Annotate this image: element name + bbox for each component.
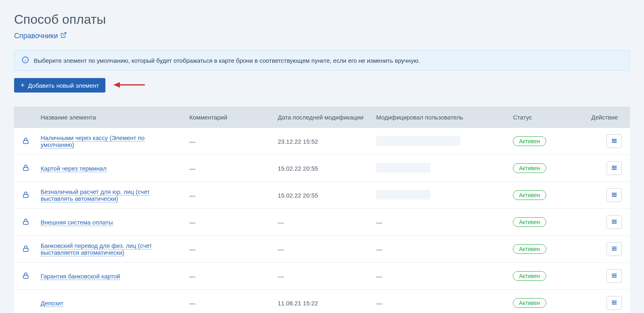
add-new-element-button[interactable]: + Добавить новый элемент — [14, 78, 105, 93]
svg-line-0 — [63, 33, 66, 35]
user-cell: — — [370, 209, 507, 236]
lock-icon — [22, 166, 29, 173]
status-badge: Активен — [513, 217, 546, 227]
table-row: Картой через терминал—15.02.22 20:55Акти… — [14, 155, 630, 182]
payment-methods-table: Название элемента Комментарий Дата после… — [14, 107, 630, 313]
date-cell: — — [272, 263, 370, 290]
column-header-action: Действие — [586, 107, 630, 128]
user-cell: — — [370, 236, 507, 263]
redacted-user — [376, 163, 430, 173]
menu-icon — [611, 272, 618, 280]
row-actions-button[interactable] — [607, 161, 622, 175]
comment-cell: — — [184, 155, 272, 182]
redacted-user — [376, 190, 430, 200]
menu-icon — [611, 218, 618, 227]
lock-icon — [22, 247, 29, 253]
user-cell — [370, 155, 507, 182]
comment-cell: — — [184, 263, 272, 290]
status-badge: Активен — [513, 298, 546, 308]
table-row: Банковский перевод для физ. лиц (счет вы… — [14, 236, 630, 263]
element-name-link[interactable]: Наличными через кассу (Элемент по умолча… — [41, 134, 144, 148]
row-actions-button[interactable] — [607, 215, 622, 229]
info-banner: Выберите элемент по умолчанию, который б… — [14, 50, 630, 71]
column-header-status: Статус — [507, 107, 586, 128]
svg-rect-10 — [23, 167, 28, 171]
menu-icon — [611, 245, 618, 253]
comment-cell: — — [184, 128, 272, 155]
menu-icon — [611, 137, 618, 146]
date-cell: 23.12.22 15:52 — [272, 128, 370, 155]
element-name-link[interactable]: Внешняя система оплаты — [41, 219, 113, 226]
external-link-icon — [60, 32, 67, 40]
element-name-link[interactable]: Безналичный расчет для юр. лиц (счет выс… — [41, 188, 150, 202]
svg-rect-26 — [23, 275, 28, 278]
svg-marker-5 — [113, 82, 120, 88]
redacted-user — [376, 136, 461, 146]
svg-rect-6 — [23, 140, 28, 144]
element-name-link[interactable]: Банковский перевод для физ. лиц (счет вы… — [41, 242, 152, 256]
user-cell: — — [370, 263, 507, 290]
column-header-user: Модифицировал пользователь — [370, 107, 507, 128]
lock-icon — [22, 220, 29, 227]
svg-rect-14 — [23, 194, 28, 198]
comment-cell: — — [184, 236, 272, 263]
column-header-name: Название элемента — [35, 107, 184, 128]
status-badge: Активен — [513, 244, 546, 254]
status-badge: Активен — [513, 190, 546, 200]
menu-icon — [611, 299, 618, 307]
user-cell — [370, 182, 507, 209]
page-title: Способ оплаты — [14, 12, 630, 27]
date-cell: 15.02.22 20:55 — [272, 155, 370, 182]
date-cell: — — [272, 209, 370, 236]
comment-cell: — — [184, 182, 272, 209]
lock-icon — [22, 139, 29, 146]
date-cell: 11.06.21 15:22 — [272, 290, 370, 313]
date-cell: 15.02.22 20:55 — [272, 182, 370, 209]
row-actions-button[interactable] — [607, 269, 622, 283]
column-header-date: Дата последней модификации — [272, 107, 370, 128]
comment-cell: — — [184, 209, 272, 236]
info-icon — [22, 56, 29, 65]
row-actions-button[interactable] — [607, 188, 622, 202]
status-badge: Активен — [513, 136, 546, 146]
table-row: Безналичный расчет для юр. лиц (счет выс… — [14, 182, 630, 209]
svg-rect-18 — [23, 221, 28, 224]
table-row: Депозит—11.06.21 15:22—Активен — [14, 290, 630, 313]
info-banner-text: Выберите элемент по умолчанию, который б… — [34, 57, 420, 64]
row-actions-button[interactable] — [607, 242, 622, 256]
row-actions-button[interactable] — [607, 134, 622, 148]
status-badge: Активен — [513, 271, 546, 281]
breadcrumb-link[interactable]: Справочники — [14, 32, 58, 40]
plus-icon: + — [21, 82, 25, 89]
arrow-annotation-icon — [113, 80, 146, 91]
user-cell — [370, 128, 507, 155]
table-row: Наличными через кассу (Элемент по умолча… — [14, 128, 630, 155]
lock-icon — [22, 274, 29, 280]
add-button-label: Добавить новый элемент — [28, 82, 99, 89]
user-cell: — — [370, 290, 507, 313]
date-cell: — — [272, 236, 370, 263]
breadcrumb: Справочники — [14, 32, 67, 40]
row-actions-button[interactable] — [607, 296, 622, 310]
svg-rect-22 — [23, 248, 28, 251]
comment-cell: — — [184, 290, 272, 313]
column-header-comment: Комментарий — [184, 107, 272, 128]
element-name-link[interactable]: Депозит — [41, 300, 64, 307]
lock-icon — [22, 193, 29, 200]
menu-icon — [611, 164, 618, 173]
element-name-link[interactable]: Картой через терминал — [41, 165, 107, 172]
status-badge: Активен — [513, 163, 546, 173]
element-name-link[interactable]: Гарантия банковской картой — [41, 273, 120, 280]
menu-icon — [611, 191, 618, 200]
table-row: Гарантия банковской картой———Активен — [14, 263, 630, 290]
table-row: Внешняя система оплаты———Активен — [14, 209, 630, 236]
